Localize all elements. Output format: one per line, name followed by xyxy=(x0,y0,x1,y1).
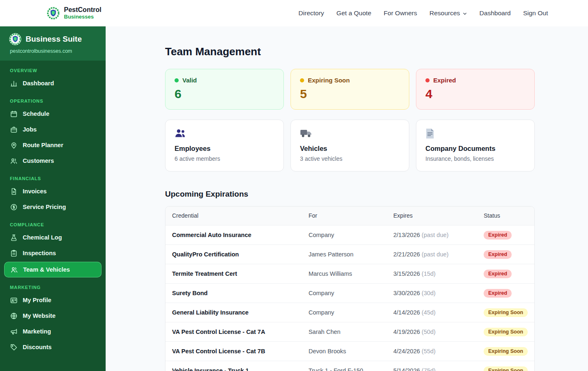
stat-value: 4 xyxy=(425,87,525,101)
sidebar-item-label: Jobs xyxy=(23,125,37,134)
stat-card-valid: Valid6 xyxy=(165,69,284,110)
sidebar-item-label: Invoices xyxy=(23,187,47,195)
cell-credential: Surety Bond xyxy=(165,284,302,303)
card-employees[interactable]: Employees6 active members xyxy=(165,120,284,171)
cell-status: Expiring Soon xyxy=(477,303,534,322)
sidebar-item-dashboard[interactable]: Dashboard xyxy=(0,75,106,91)
cell-credential: Vehicle Insurance - Truck 1 xyxy=(165,361,302,371)
column-header-status: Status xyxy=(477,207,534,225)
card-company-documents[interactable]: Company DocumentsInsurance, bonds, licen… xyxy=(416,120,535,171)
map-pin-icon xyxy=(10,141,18,149)
sidebar-item-label: Team & Vehicles xyxy=(23,265,70,274)
sidebar-item-label: Marketing xyxy=(23,327,51,336)
sidebar-item-my-website[interactable]: My Website xyxy=(0,308,106,324)
chevron-down-icon xyxy=(463,12,467,16)
sidebar-domain: pestcontrolbusinesses.com xyxy=(10,48,97,54)
expires-date: 3/30/2026 xyxy=(393,290,420,296)
stat-value: 5 xyxy=(300,87,400,101)
cell-expires: 3/30/2026 (30d) xyxy=(387,284,477,303)
brand-subname: Businesses xyxy=(64,14,102,20)
table-row: Vehicle Insurance - Truck 1Truck 1 - For… xyxy=(165,361,534,371)
sidebar-item-invoices[interactable]: Invoices xyxy=(0,183,106,199)
card-vehicles[interactable]: Vehicles3 active vehicles xyxy=(290,120,409,171)
nav-label: Resources xyxy=(430,9,460,17)
cell-expires: 3/15/2026 (15d) xyxy=(387,264,477,284)
dollar-icon xyxy=(10,203,18,211)
expires-note: (30d) xyxy=(422,290,436,296)
sidebar-item-label: Dashboard xyxy=(23,79,54,87)
sidebar-item-label: Inspections xyxy=(23,249,56,257)
expirations-table: CredentialForExpiresStatus Commercial Au… xyxy=(165,206,535,371)
expires-date: 2/21/2026 xyxy=(393,251,420,258)
id-card-icon xyxy=(10,296,18,304)
invoice-icon xyxy=(10,188,18,195)
sidebar-item-jobs[interactable]: Jobs xyxy=(0,122,106,137)
nav-for-owners[interactable]: For Owners xyxy=(384,9,417,17)
stat-card-expiring: Expiring Soon5 xyxy=(290,69,409,110)
sidebar-item-label: Route Planner xyxy=(23,141,63,149)
sidebar: Business Suite pestcontrolbusinesses.com… xyxy=(0,26,106,371)
cell-for: Marcus Williams xyxy=(302,264,387,284)
cell-for: Sarah Chen xyxy=(302,322,387,342)
pestcontrol-logo-icon xyxy=(47,7,60,20)
expires-date: 3/15/2026 xyxy=(393,270,420,277)
sidebar-item-label: My Website xyxy=(23,312,56,320)
cell-credential: Termite Treatment Cert xyxy=(165,264,302,284)
brand[interactable]: PestControl Businesses xyxy=(47,6,102,20)
card-title: Company Documents xyxy=(425,145,525,153)
sidebar-item-label: Service Pricing xyxy=(23,203,66,211)
expires-date: 4/14/2026 xyxy=(393,309,420,316)
sidebar-item-schedule[interactable]: Schedule xyxy=(0,106,106,122)
sidebar-item-service-pricing[interactable]: Service Pricing xyxy=(0,199,106,215)
nav-label: Dashboard xyxy=(479,9,511,17)
cell-for: Company xyxy=(302,303,387,322)
page-title: Team Management xyxy=(165,45,535,58)
cell-expires: 2/21/2026 (past due) xyxy=(387,245,477,264)
cell-for: Company xyxy=(302,284,387,303)
sidebar-item-label: Schedule xyxy=(23,110,49,118)
sidebar-item-inspections[interactable]: Inspections xyxy=(0,245,106,261)
nav-dashboard[interactable]: Dashboard xyxy=(479,9,511,17)
sidebar-item-customers[interactable]: Customers xyxy=(0,153,106,169)
sidebar-item-marketing[interactable]: Marketing xyxy=(0,324,106,339)
sidebar-item-my-profile[interactable]: My Profile xyxy=(0,292,106,308)
cell-credential: VA Pest Control License - Cat 7B xyxy=(165,342,302,361)
summary-cards-row: Employees6 active membersVehicles3 activ… xyxy=(165,120,535,171)
sidebar-item-route-planner[interactable]: Route Planner xyxy=(0,137,106,153)
sidebar-section-label-operations: OPERATIONS xyxy=(10,99,96,103)
cell-status: Expired xyxy=(477,284,534,303)
status-badge: Expired xyxy=(484,250,512,259)
table-row: VA Pest Control License - Cat 7ASarah Ch… xyxy=(165,322,534,342)
expires-date: 4/19/2026 xyxy=(393,329,420,335)
nav-directory[interactable]: Directory xyxy=(298,9,324,17)
table-header-row: CredentialForExpiresStatus xyxy=(165,207,534,225)
expires-date: 4/24/2026 xyxy=(393,348,420,355)
stat-value: 6 xyxy=(175,87,274,101)
tag-icon xyxy=(10,343,18,351)
sidebar-item-team-vehicles[interactable]: Team & Vehicles xyxy=(4,262,102,277)
megaphone-icon xyxy=(10,328,18,336)
sidebar-title: Business Suite xyxy=(26,35,82,44)
sidebar-item-chemical-log[interactable]: Chemical Log xyxy=(0,230,106,245)
nav-resources[interactable]: Resources xyxy=(430,9,467,17)
flask-icon xyxy=(10,234,18,242)
stat-label: Valid xyxy=(182,77,197,84)
users-icon xyxy=(10,157,18,165)
cell-status: Expired xyxy=(477,245,534,264)
cell-status: Expired xyxy=(477,264,534,284)
expires-date: 2/13/2026 xyxy=(393,232,420,238)
main-content: Team Management Valid6Expiring Soon5Expi… xyxy=(106,26,588,371)
sidebar-item-discounts[interactable]: Discounts xyxy=(0,339,106,355)
table-row: Termite Treatment CertMarcus Williams3/1… xyxy=(165,264,534,284)
expires-note: (50d) xyxy=(422,329,436,335)
sidebar-section-label-financials: FINANCIALS xyxy=(10,176,96,181)
nav-get-a-quote[interactable]: Get a Quote xyxy=(336,9,371,17)
expirations-tbody: Commercial Auto InsuranceCompany2/13/202… xyxy=(165,225,534,371)
stat-head: Expiring Soon xyxy=(300,77,400,84)
cell-for: Devon Brooks xyxy=(302,342,387,361)
nav-sign-out[interactable]: Sign Out xyxy=(523,9,548,17)
nav-label: Get a Quote xyxy=(336,9,371,17)
cell-credential: QualityPro Certification xyxy=(165,245,302,264)
stats-row: Valid6Expiring Soon5Expired4 xyxy=(165,69,535,110)
sidebar-section-label-marketing: MARKETING xyxy=(10,285,96,290)
